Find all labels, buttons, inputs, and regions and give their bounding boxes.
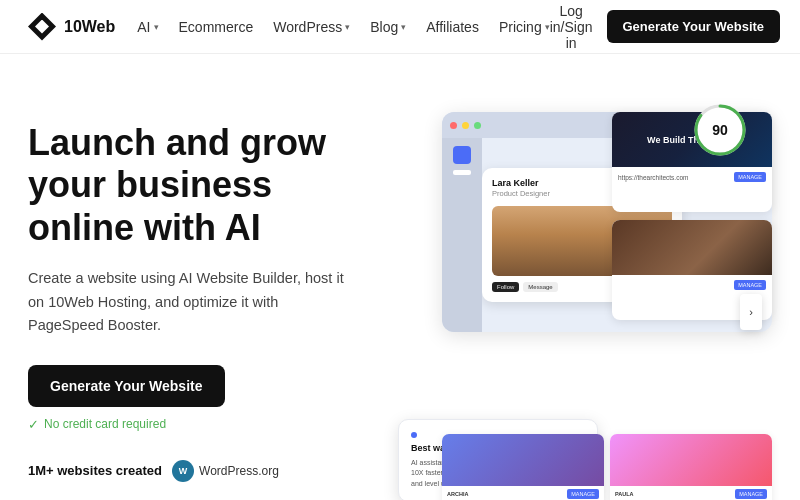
no-credit-notice: ✓ No credit card required bbox=[28, 417, 388, 432]
panel-info: https://thearchitects.com MANAGE bbox=[612, 167, 772, 187]
manage-panel-footer-1: ARCHIA MANAGE bbox=[442, 486, 604, 500]
score-arc-icon: 90 bbox=[692, 102, 748, 158]
message-button[interactable]: Message bbox=[523, 282, 557, 292]
manage-panel-btn-2[interactable]: MANAGE bbox=[735, 489, 767, 499]
manage-panel-image-2 bbox=[610, 434, 772, 486]
chevron-down-icon: ▾ bbox=[154, 22, 159, 32]
navbar: 10Web AI ▾ Ecommerce WordPress ▾ Blog ▾ … bbox=[0, 0, 800, 54]
footer-logos: 1M+ websites created W WordPress.org bbox=[28, 460, 388, 482]
nav-item-pricing[interactable]: Pricing ▾ bbox=[499, 19, 550, 35]
nav-menu: AI ▾ Ecommerce WordPress ▾ Blog ▾ Affili… bbox=[137, 19, 549, 35]
manage-panel-name-2: PAULA bbox=[615, 491, 634, 497]
logo-diamond-icon bbox=[28, 13, 56, 41]
nav-item-wordpress[interactable]: WordPress ▾ bbox=[273, 19, 350, 35]
wp-label: WordPress.org bbox=[199, 464, 279, 478]
check-icon: ✓ bbox=[28, 417, 39, 432]
follow-button[interactable]: Follow bbox=[492, 282, 519, 292]
manage-panel-image-1 bbox=[442, 434, 604, 486]
nav-left: 10Web AI ▾ Ecommerce WordPress ▾ Blog ▾ … bbox=[28, 13, 550, 41]
svg-text:90: 90 bbox=[712, 122, 728, 138]
logo[interactable]: 10Web bbox=[28, 13, 115, 41]
hero-subtitle: Create a website using AI Website Builde… bbox=[28, 267, 348, 337]
panel-domain: https://thearchitects.com bbox=[618, 174, 688, 181]
dot-yellow-icon bbox=[462, 122, 469, 129]
nav-item-ai[interactable]: AI ▾ bbox=[137, 19, 158, 35]
panel-manage-button-2[interactable]: MANAGE bbox=[734, 280, 766, 290]
score-wrapper: 90 bbox=[692, 102, 748, 162]
sidebar-icon bbox=[453, 146, 471, 164]
sidebar-mini bbox=[442, 138, 482, 332]
manage-panel-name-1: ARCHIA bbox=[447, 491, 468, 497]
panel-hero-image-2 bbox=[612, 220, 772, 275]
wordpress-logo: W WordPress.org bbox=[172, 460, 279, 482]
chevron-down-icon: ▾ bbox=[345, 22, 350, 32]
login-button[interactable]: Log in/Sign in bbox=[550, 3, 593, 51]
hero-title: Launch and grow your business online wit… bbox=[28, 122, 388, 249]
dot-green-icon bbox=[474, 122, 481, 129]
hero-section: Launch and grow your business online wit… bbox=[0, 54, 800, 500]
nav-cta-button[interactable]: Generate Your Website bbox=[607, 10, 781, 43]
sidebar-divider bbox=[453, 170, 471, 175]
panel-info-2: MANAGE bbox=[612, 275, 772, 295]
nav-item-ecommerce[interactable]: Ecommerce bbox=[179, 19, 254, 35]
no-credit-text: No credit card required bbox=[44, 417, 166, 431]
manage-panel-footer-2: PAULA MANAGE bbox=[610, 486, 772, 500]
manage-panel-2: PAULA MANAGE bbox=[610, 434, 772, 500]
logo-text: 10Web bbox=[64, 18, 115, 36]
wp-circle-icon: W bbox=[172, 460, 194, 482]
manage-row: ARCHIA MANAGE PAULA MANAGE bbox=[442, 434, 772, 500]
chevron-down-icon: ▾ bbox=[401, 22, 406, 32]
manage-panel-btn-1[interactable]: MANAGE bbox=[567, 489, 599, 499]
nav-item-affiliates[interactable]: Affiliates bbox=[426, 19, 479, 35]
nav-item-blog[interactable]: Blog ▾ bbox=[370, 19, 406, 35]
manage-panel-1: ARCHIA MANAGE bbox=[442, 434, 604, 500]
chevron-right-button[interactable]: › bbox=[740, 294, 762, 330]
hero-cta-button[interactable]: Generate Your Website bbox=[28, 365, 225, 407]
hero-right: 90 Lara Keller Product Designer bbox=[398, 102, 772, 500]
hero-left: Launch and grow your business online wit… bbox=[28, 102, 388, 482]
stat-label: 1M+ websites created bbox=[28, 463, 162, 478]
ai-dot-icon bbox=[411, 432, 417, 438]
panel-manage-button[interactable]: MANAGE bbox=[734, 172, 766, 182]
dot-red-icon bbox=[450, 122, 457, 129]
nav-right: Log in/Sign in Generate Your Website bbox=[550, 3, 780, 51]
